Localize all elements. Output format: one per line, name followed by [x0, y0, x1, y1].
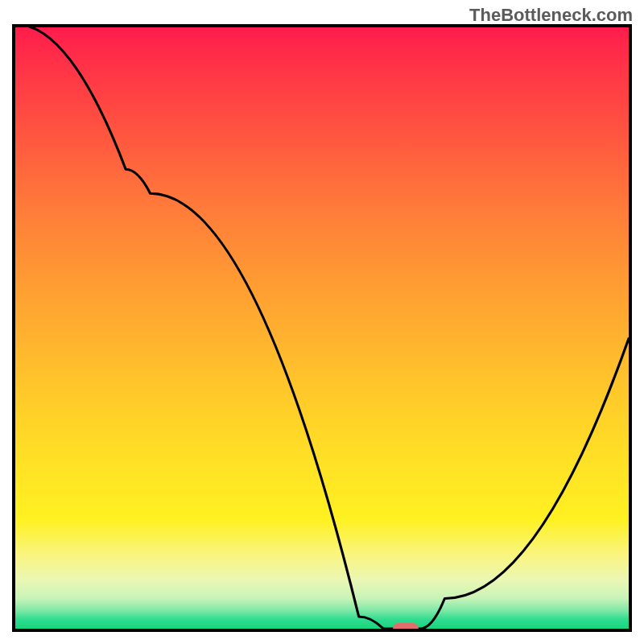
target-marker — [393, 623, 419, 632]
plot-frame — [12, 24, 632, 632]
bottleneck-curve — [15, 24, 629, 629]
chart-container: TheBottleneck.com — [0, 0, 644, 644]
watermark-text: TheBottleneck.com — [469, 5, 633, 26]
